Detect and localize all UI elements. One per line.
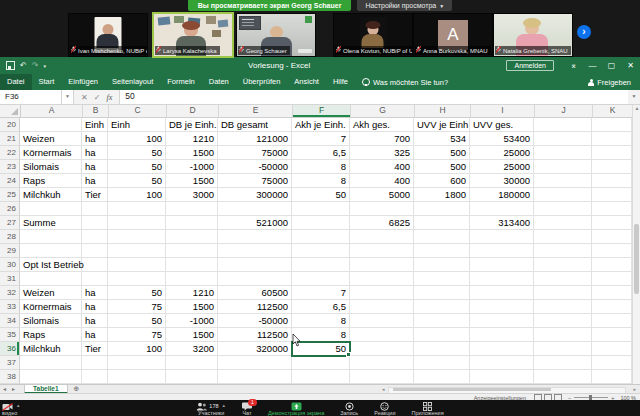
cell-K22[interactable] [592,146,632,160]
cell-I35[interactable] [470,328,534,342]
participant-tile-2[interactable]: Larysa Kalachevska [152,12,234,58]
cell-E21[interactable]: 121000 [218,132,292,146]
cell-B20[interactable]: Einh [82,118,108,132]
cell-H29[interactable] [414,244,470,258]
horizontal-scrollbar-thumb[interactable] [393,388,551,391]
cell-H35[interactable] [414,328,470,342]
cell-K33[interactable] [592,300,632,314]
redo-icon[interactable]: ↷ [32,61,39,70]
cell-J31[interactable] [534,272,592,286]
cell-F23[interactable]: 8 [292,160,350,174]
cell-I20[interactable]: UVV ges. [470,118,534,132]
cell-J22[interactable] [534,146,592,160]
cell-E30[interactable] [218,258,292,272]
row-header-33[interactable]: 33 [0,300,20,314]
cell-G38[interactable] [350,370,414,384]
row-header-26[interactable]: 26 [0,202,20,216]
row-header-35[interactable]: 35 [0,328,20,342]
share-workbook-button[interactable]: Freigeben [579,78,640,87]
cell-E29[interactable] [218,244,292,258]
undo-icon[interactable]: ↶ [20,61,27,70]
toolbar-reactions-button[interactable]: Реакции [374,400,395,416]
cell-H26[interactable] [414,202,470,216]
cell-I37[interactable] [470,356,534,370]
name-box[interactable]: F36 [0,90,62,104]
cell-H34[interactable] [414,314,470,328]
cell-G32[interactable] [350,286,414,300]
cell-E33[interactable]: 112500 [218,300,292,314]
cell-I32[interactable] [470,286,534,300]
ribbon-tab-datei[interactable]: Datei [0,74,32,90]
cell-A30[interactable]: Opt Ist Betrieb [20,258,82,272]
cell-K23[interactable] [592,160,632,174]
cell-D30[interactable] [166,258,218,272]
row-header-31[interactable]: 31 [0,272,20,286]
cell-I26[interactable] [470,202,534,216]
column-header-F[interactable]: F [293,104,351,118]
cell-I28[interactable] [470,230,534,244]
cell-H36[interactable] [414,342,470,356]
cell-D32[interactable]: 1210 [166,286,218,300]
cell-J23[interactable] [534,160,592,174]
row-header-22[interactable]: 22 [0,146,20,160]
cell-C36[interactable]: 100 [108,342,166,356]
chevron-up-icon[interactable]: ▲ [222,403,226,408]
row-header-21[interactable]: 21 [0,132,20,146]
cell-F31[interactable] [292,272,350,286]
next-participants-button[interactable]: › [577,25,591,39]
cell-D25[interactable]: 3000 [166,188,218,202]
row-header-23[interactable]: 23 [0,160,20,174]
cell-C32[interactable]: 50 [108,286,166,300]
cell-J38[interactable] [534,370,592,384]
cell-G24[interactable]: 400 [350,174,414,188]
cell-F24[interactable]: 8 [292,174,350,188]
cell-D33[interactable]: 1500 [166,300,218,314]
cell-C31[interactable] [108,272,166,286]
cell-A28[interactable] [20,230,82,244]
cell-J27[interactable] [534,216,592,230]
cell-G31[interactable] [350,272,414,286]
cell-D22[interactable]: 1500 [166,146,218,160]
ribbon-tab-start[interactable]: Start [32,74,62,90]
cell-A20[interactable] [20,118,82,132]
vertical-scrollbar[interactable]: ▲ [632,104,640,384]
enter-icon[interactable]: ✓ [94,93,101,102]
cell-G21[interactable]: 700 [350,132,414,146]
participant-tile-1[interactable]: Ivan Mishchenko, NUBiP of Uk... [68,13,148,57]
cell-K24[interactable] [592,174,632,188]
cell-A22[interactable]: Körnermais [20,146,82,160]
vertical-scrollbar-thumb[interactable] [634,224,639,294]
cell-K26[interactable] [592,202,632,216]
select-all-corner[interactable] [0,104,21,118]
cell-J33[interactable] [534,300,592,314]
cell-C26[interactable] [108,202,166,216]
cell-A37[interactable] [20,356,82,370]
cell-G35[interactable] [350,328,414,342]
cell-E32[interactable]: 60500 [218,286,292,300]
cell-H37[interactable] [414,356,470,370]
cell-J37[interactable] [534,356,592,370]
row-header-32[interactable]: 32 [0,286,20,300]
cell-C34[interactable]: 50 [108,314,166,328]
cell-K25[interactable] [592,188,632,202]
cancel-icon[interactable]: ✕ [81,93,88,102]
cell-H31[interactable] [414,272,470,286]
cell-J32[interactable] [534,286,592,300]
cell-F37[interactable] [292,356,350,370]
view-settings-button[interactable]: Настройки просмотра▼ [357,0,452,11]
cell-F29[interactable] [292,244,350,258]
row-header-20[interactable]: 20 [0,118,20,132]
cell-B28[interactable] [82,230,108,244]
cell-C35[interactable]: 75 [108,328,166,342]
cell-F34[interactable]: 8 [292,314,350,328]
cell-B36[interactable]: Tier [82,342,108,356]
column-header-H[interactable]: H [415,104,471,118]
cell-F25[interactable]: 50 [292,188,350,202]
cell-H27[interactable] [414,216,470,230]
cell-H24[interactable]: 600 [414,174,470,188]
cell-A31[interactable] [20,272,82,286]
tell-me-search[interactable]: Was möchten Sie tun? [355,78,455,87]
column-header-K[interactable]: K [593,104,633,118]
cell-E24[interactable]: 75000 [218,174,292,188]
cell-C27[interactable] [108,216,166,230]
